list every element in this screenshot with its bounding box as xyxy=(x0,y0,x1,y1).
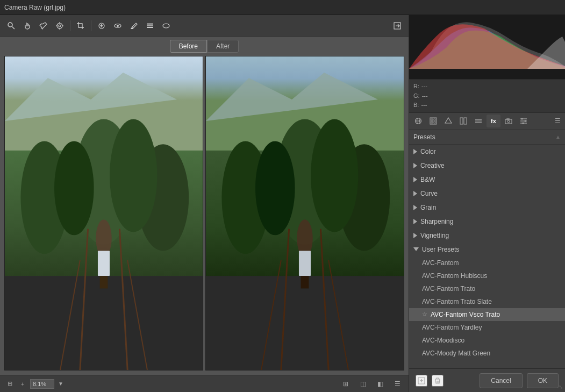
status-icons: ⊞ ◫ ◧ ☰ xyxy=(339,377,404,391)
hand-tool[interactable] xyxy=(20,19,34,33)
category-sharpening[interactable]: Sharpening xyxy=(409,215,565,229)
redeye-tool[interactable] xyxy=(111,19,125,33)
svg-point-75 xyxy=(521,118,523,120)
color-label: Color xyxy=(420,148,436,155)
star-icon: ☆ xyxy=(422,311,427,318)
after-image xyxy=(206,56,404,370)
svg-rect-14 xyxy=(147,25,153,26)
fx-tab[interactable]: fx xyxy=(487,115,500,127)
preset-avc-fantom-yardley[interactable]: AVC-Fantom Yardley xyxy=(409,321,565,334)
presets-tab[interactable] xyxy=(517,115,531,127)
image-comparison-area xyxy=(0,56,409,375)
delete-preset-button[interactable] xyxy=(432,375,444,387)
b-row: B: --- xyxy=(413,101,561,110)
svg-rect-35 xyxy=(100,276,108,288)
splittoning-tab[interactable] xyxy=(456,115,470,127)
svg-line-48 xyxy=(261,260,281,370)
svg-point-43 xyxy=(311,119,358,232)
crop-tool[interactable] xyxy=(74,19,88,33)
preset-avc-moody-matt-green[interactable]: AVC-Moody Matt Green xyxy=(409,347,565,360)
detail-tab[interactable] xyxy=(471,115,485,127)
svg-line-32 xyxy=(127,260,147,370)
healing-tool[interactable] xyxy=(95,19,109,33)
after-image-panel xyxy=(205,56,404,370)
before-tab[interactable]: Before xyxy=(170,40,207,53)
preset-avc-moodisco[interactable]: AVC-Moodisco xyxy=(409,334,565,347)
export-button[interactable] xyxy=(390,19,404,33)
b-label: B: xyxy=(413,101,419,110)
compare-button[interactable]: ◫ xyxy=(356,377,370,391)
svg-point-25 xyxy=(110,119,157,232)
zoom-input[interactable]: 8.1% xyxy=(30,379,54,389)
adjustment-brush[interactable] xyxy=(127,19,141,33)
camera-tab[interactable] xyxy=(502,115,516,127)
zoom-dropdown-button[interactable]: ▼ xyxy=(56,379,65,389)
tonecurve-tab[interactable] xyxy=(426,115,440,127)
category-bw[interactable]: B&W xyxy=(409,173,565,187)
preset-avc-fantom-hubiscus[interactable]: AVC-Fantom Hubiscus xyxy=(409,269,565,282)
sharpening-triangle-icon xyxy=(413,219,417,224)
category-color[interactable]: Color xyxy=(409,145,565,159)
r-row: R: --- xyxy=(413,82,561,91)
svg-rect-60 xyxy=(434,119,435,120)
histogram-chart xyxy=(409,15,565,79)
globe-tab[interactable] xyxy=(411,115,425,127)
svg-rect-13 xyxy=(147,23,153,25)
bw-triangle-icon xyxy=(413,177,417,182)
cancel-button[interactable]: Cancel xyxy=(480,373,522,388)
presets-header: Presets ▲ xyxy=(409,130,565,145)
svg-line-30 xyxy=(60,260,80,370)
histogram-info: R: --- G: --- B: --- xyxy=(409,80,565,113)
svg-point-71 xyxy=(507,120,510,123)
category-vignetting[interactable]: Vignetting xyxy=(409,229,565,243)
graduated-filter[interactable] xyxy=(143,19,157,33)
grid-view-button[interactable]: ⊞ xyxy=(339,377,353,391)
preset-avc-fantom-vsco-trato[interactable]: ☆ AVC-Fantom Vsco Trato xyxy=(409,308,565,321)
action-buttons: Cancel OK xyxy=(480,373,559,388)
zoom-fit-button[interactable]: ⊞ xyxy=(4,379,15,389)
histogram xyxy=(409,15,565,80)
hsl-tab[interactable] xyxy=(441,115,455,127)
svg-rect-61 xyxy=(431,122,433,123)
before-image xyxy=(5,56,203,370)
svg-point-77 xyxy=(523,123,524,124)
presets-panel[interactable]: Presets ▲ Color Creative B&W Curve xyxy=(409,130,565,368)
category-grain[interactable]: Grain xyxy=(409,201,565,215)
left-panel: Before After xyxy=(0,15,409,392)
svg-rect-64 xyxy=(460,118,463,124)
settings-button[interactable]: ☰ xyxy=(390,377,404,391)
radial-filter[interactable] xyxy=(159,19,173,33)
zoom-tool[interactable] xyxy=(4,19,18,33)
creative-label: Creative xyxy=(420,162,445,169)
creative-triangle-icon xyxy=(413,163,417,168)
user-presets-label: User Presets xyxy=(422,246,459,253)
preset-avc-fantom-trato[interactable]: AVC-Fantom Trato xyxy=(409,282,565,295)
category-curve[interactable]: Curve xyxy=(409,187,565,201)
category-user-presets[interactable]: User Presets xyxy=(409,243,565,256)
r-label: R: xyxy=(413,82,419,91)
svg-rect-59 xyxy=(431,119,433,120)
new-preset-button[interactable] xyxy=(416,375,427,387)
category-creative[interactable]: Creative xyxy=(409,159,565,173)
g-row: G: --- xyxy=(413,91,561,101)
r-value: --- xyxy=(421,82,427,91)
eyedropper-tool[interactable] xyxy=(37,19,51,33)
ok-button[interactable]: OK xyxy=(527,373,559,388)
preset-name: AVC-Fantom xyxy=(422,259,459,267)
filmstrip-button[interactable]: ◧ xyxy=(373,377,387,391)
preset-name: AVC-Moody Matt Green xyxy=(422,350,490,357)
separator-2 xyxy=(91,20,91,31)
svg-rect-34 xyxy=(98,251,110,276)
zoom-plus-button[interactable]: + xyxy=(17,379,28,389)
color-triangle-icon xyxy=(413,149,417,154)
preset-avc-fantom-trato-slate[interactable]: AVC-Fantom Trato Slate xyxy=(409,295,565,308)
after-tab[interactable]: After xyxy=(207,40,239,53)
bottom-bar: Cancel OK xyxy=(409,368,565,392)
panel-menu-button[interactable]: ☰ xyxy=(553,117,563,125)
targeted-adjustment-tool[interactable] xyxy=(53,19,67,33)
before-image-panel xyxy=(4,56,203,370)
svg-rect-53 xyxy=(301,276,309,288)
scroll-indicator: ▲ xyxy=(555,134,561,140)
preset-avc-fantom[interactable]: AVC-Fantom xyxy=(409,256,565,269)
svg-line-1 xyxy=(12,26,15,29)
